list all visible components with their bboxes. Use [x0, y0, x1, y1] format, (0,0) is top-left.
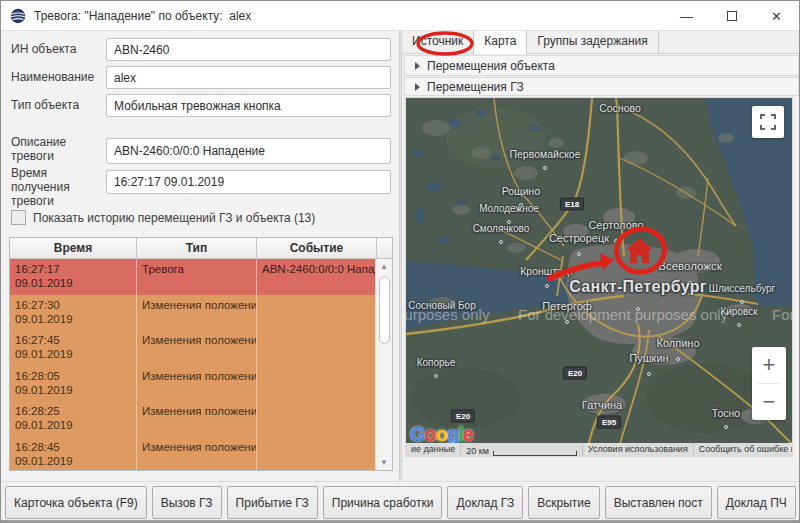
map-town-dot-icon	[737, 323, 741, 327]
cell-event	[257, 366, 377, 402]
map-city-label: Рощино	[502, 185, 541, 197]
object-type-field[interactable]	[106, 94, 391, 117]
cell-type: Изменения положени...	[137, 401, 257, 437]
column-header-event[interactable]: Событие	[257, 238, 377, 258]
alarm-time-field[interactable]	[106, 170, 391, 194]
map-city-label: Санкт-Петербург	[569, 278, 706, 296]
table-row[interactable]: 16:27:3009.01.2019Изменения положени...	[10, 295, 392, 331]
scroll-up-icon[interactable]: ▲	[376, 259, 392, 274]
events-table: Время Тип Событие 16:27:1709.01.2019Трев…	[9, 237, 393, 471]
map-town-dot-icon	[543, 166, 547, 170]
map-city-label: Пушкин	[629, 352, 668, 364]
cell-time: 16:28:2509.01.2019	[10, 401, 137, 437]
map-city-label: Смолячково	[473, 223, 530, 234]
cell-type: Изменения положени...	[137, 330, 257, 366]
map-scale: 20 км	[460, 443, 582, 456]
map-city-label: Копорье	[417, 357, 456, 368]
cell-type: Тревога	[137, 259, 257, 295]
table-row[interactable]: 16:28:2509.01.2019Изменения положени...	[10, 401, 392, 437]
map-city-label: Тосно	[712, 407, 740, 419]
dev-watermark-right: For development purposes only	[772, 306, 793, 323]
expander-object-movements[interactable]: Перемещения объекта	[404, 55, 799, 76]
fullscreen-button[interactable]	[752, 106, 784, 138]
table-row[interactable]: 16:27:4509.01.2019Изменения положени...	[10, 330, 392, 366]
road-badge: E95	[597, 416, 621, 429]
table-scrollbar[interactable]: ▲ ▼	[375, 259, 392, 470]
action-button[interactable]: Карточка объекта (F9)	[5, 486, 147, 519]
map-city-label: Сестрорецк	[549, 232, 609, 244]
table-row[interactable]: 16:28:0509.01.2019Изменения положени...	[10, 366, 392, 402]
tabbar: Источник Карта Группы задержания	[402, 31, 800, 54]
expander-gz-movements-label: Перемещения ГЗ	[427, 80, 524, 94]
checkbox-box-icon[interactable]	[11, 210, 26, 225]
map-city-label: Первомайское	[509, 148, 580, 160]
chevron-right-icon	[415, 83, 420, 91]
map-town-dot-icon	[740, 300, 744, 304]
zoom-out-button[interactable]: −	[752, 384, 786, 420]
events-table-header: Время Тип Событие	[10, 238, 392, 259]
object-name-field[interactable]	[106, 66, 391, 89]
column-header-time[interactable]: Время	[10, 238, 137, 258]
action-bar: Карточка объекта (F9)Вызов ГЗПрибытие ГЗ…	[1, 481, 799, 523]
map-city-label: Молодежное	[479, 203, 539, 214]
window-title: Тревога: "Нападение" по объекту: alex	[34, 9, 251, 23]
events-table-body: 16:27:1709.01.2019ТревогаABN-2460:0/0:0 …	[10, 259, 392, 470]
cell-event: ABN-2460:0/0:0 Напад...	[257, 259, 377, 295]
expander-object-movements-label: Перемещения объекта	[427, 59, 555, 73]
scale-bar	[493, 451, 577, 456]
chevron-right-icon	[415, 62, 420, 70]
close-button[interactable]: ✕	[754, 1, 799, 31]
cell-time: 16:27:4509.01.2019	[10, 330, 137, 366]
maximize-button[interactable]	[709, 1, 754, 31]
tab-map[interactable]: Карта	[474, 31, 527, 54]
report-error-link[interactable]: Сообщить об ошибке на карте	[693, 443, 793, 456]
tab-detention-groups[interactable]: Группы задержания	[527, 31, 658, 54]
action-button[interactable]: Доклад ГЗ	[447, 486, 523, 519]
table-row[interactable]: 16:27:1709.01.2019ТревогаABN-2460:0/0:0 …	[10, 259, 392, 295]
road-badge: E20	[451, 410, 475, 423]
object-id-label: ИН объекта	[11, 42, 106, 56]
dev-watermark-center: For development purposes only	[518, 306, 728, 323]
expander-gz-movements[interactable]: Перемещения ГЗ	[404, 77, 799, 96]
zoom-in-button[interactable]: +	[752, 347, 786, 383]
map-town-dot-icon	[614, 239, 618, 243]
show-history-checkbox[interactable]: Показать историю перемещений ГЗ и объект…	[11, 210, 315, 225]
alarm-window: Тревога: "Нападение" по объекту: alex — …	[0, 0, 800, 523]
action-button[interactable]: Доклад ПЧ	[717, 486, 796, 519]
map-city-label: Колпино	[657, 337, 700, 349]
action-button[interactable]: Причина сработки	[323, 486, 443, 519]
action-button[interactable]: Вызов ГЗ	[152, 486, 222, 519]
scroll-down-icon[interactable]: ▼	[376, 455, 392, 470]
cell-event	[257, 437, 377, 471]
map-city-label: Кронштадт	[520, 265, 573, 277]
cell-type: Изменения положени...	[137, 366, 257, 402]
map-city-label: Шлиссельбург	[709, 283, 775, 294]
tab-source[interactable]: Источник	[402, 31, 474, 54]
table-row[interactable]: 16:28:4509.01.2019Изменения положени...	[10, 437, 392, 471]
alarm-description-field[interactable]	[106, 138, 391, 164]
object-name-label: Наименование	[11, 70, 106, 84]
show-history-label: Показать историю перемещений ГЗ и объект…	[33, 211, 315, 225]
map-canvas[interactable]: СосновоПервомайскоеРощиноМолодежноеСмоля…	[405, 97, 793, 457]
road-badge: E18	[560, 198, 584, 211]
terms-link[interactable]: Условия использования	[582, 443, 693, 456]
map-town-dot-icon	[647, 372, 651, 376]
map-city-label: Сосново	[599, 102, 641, 114]
map-town-dot-icon	[577, 252, 581, 256]
minimize-button[interactable]: —	[664, 1, 709, 31]
cell-event	[257, 330, 377, 366]
map-town-dot-icon	[434, 374, 438, 378]
cell-time: 16:27:3009.01.2019	[10, 295, 137, 331]
action-button[interactable]: Вскрытие	[528, 486, 599, 519]
column-header-type[interactable]: Тип	[137, 238, 257, 258]
fullscreen-icon	[760, 114, 776, 130]
cell-time: 16:28:0509.01.2019	[10, 366, 137, 402]
scrollbar-thumb[interactable]	[379, 276, 390, 344]
app-logo-icon	[10, 8, 26, 24]
action-button[interactable]: Прибытие ГЗ	[227, 486, 318, 519]
object-id-field[interactable]	[106, 38, 391, 61]
cell-time: 16:27:1709.01.2019	[10, 259, 137, 295]
alarm-time-label: Время получения тревоги	[11, 166, 106, 208]
action-button[interactable]: Выставлен пост	[605, 486, 712, 519]
object-info-panel: ИН объекта Наименование Тип объекта Опис…	[1, 31, 399, 481]
